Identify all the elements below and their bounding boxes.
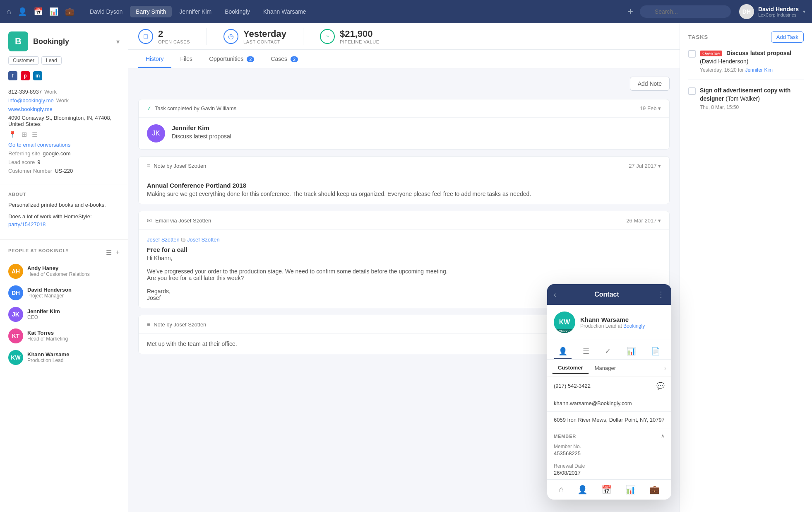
footer-home-icon[interactable]: ⌂ xyxy=(559,485,564,495)
home-icon[interactable]: ⌂ xyxy=(7,7,11,16)
nav-tab-bookingly[interactable]: Bookingly xyxy=(219,6,256,17)
history-content: Jennifer Kim Discuss latest proposal xyxy=(172,124,231,142)
list-item: DH David Henderson Project Manager xyxy=(0,282,128,304)
task-checkbox[interactable] xyxy=(688,87,696,95)
email-address: khann.warsame@Bookingly.com xyxy=(554,400,632,406)
tab-cases[interactable]: Cases 2 xyxy=(263,50,305,68)
card-person-role: Production Lead at Bookingly xyxy=(580,323,645,329)
map-icon[interactable]: 📍 xyxy=(8,130,17,138)
overdue-badge: Overdue xyxy=(700,51,722,56)
email-to-label: to xyxy=(181,237,187,243)
member-no-label: Member No. xyxy=(554,444,665,449)
person-role: Production Lead xyxy=(27,357,69,363)
card-company-link[interactable]: Bookingly xyxy=(623,323,645,329)
card-subtab-customer[interactable]: Customer xyxy=(552,362,589,374)
footer-person-icon[interactable]: 👤 xyxy=(577,485,588,495)
email-row: info@bookingly.me Work xyxy=(8,97,120,104)
email-from-link[interactable]: Josef Szotten xyxy=(147,237,180,243)
people-list-icon[interactable]: ☰ xyxy=(106,249,112,256)
user-dropdown-icon: ▾ xyxy=(803,9,805,14)
footer-briefcase-icon[interactable]: 💼 xyxy=(649,485,660,495)
content-tabs: History Files Opportunities 2 Cases 2 xyxy=(128,50,680,68)
tag-lead[interactable]: Lead xyxy=(41,56,62,65)
history-item-task: ✓ Task completed by Gavin Williams 19 Fe… xyxy=(138,99,670,150)
person-info: Khann Warsame Production Lead xyxy=(27,351,69,363)
expand-icon[interactable]: ▾ xyxy=(658,163,661,169)
card-tab-person[interactable]: 👤 xyxy=(554,344,572,359)
history-item-body: Annual Conference Portland 2018 Making s… xyxy=(139,175,669,204)
card-back-icon[interactable]: ‹ xyxy=(554,290,556,299)
email-conversations-row: Go to email conversations xyxy=(8,142,120,148)
nav-tab-jennifer-kim[interactable]: Jennifer Kim xyxy=(173,6,217,17)
pipeline-info: $21,900 PIPELINE VALUE xyxy=(340,29,380,44)
nav-tab-david-dyson[interactable]: David Dyson xyxy=(84,6,128,17)
people-add-icon[interactable]: + xyxy=(116,249,120,256)
card-tab-list[interactable]: ☰ xyxy=(579,344,593,359)
footer-chart-icon[interactable]: 📊 xyxy=(625,485,636,495)
list-icon[interactable]: ☰ xyxy=(32,130,38,138)
email-link[interactable]: info@bookingly.me xyxy=(8,97,54,104)
email-to-link[interactable]: Josef Szotten xyxy=(187,237,220,243)
briefcase-icon[interactable]: 💼 xyxy=(65,7,74,16)
tab-history[interactable]: History xyxy=(138,50,171,68)
grid-icon[interactable]: ⊞ xyxy=(22,130,27,138)
expand-icon[interactable]: ▾ xyxy=(658,105,661,111)
opportunities-badge: 2 xyxy=(247,56,254,62)
card-subtab-arrow: › xyxy=(664,365,666,372)
history-date-expand: 27 Jul 2017 ▾ xyxy=(629,163,661,169)
history-avatar: JK xyxy=(147,124,165,142)
card-footer-nav: ⌂ 👤 📅 📊 💼 xyxy=(547,479,671,500)
footer-calendar-icon[interactable]: 📅 xyxy=(601,485,612,495)
company-header: B Bookingly ▾ xyxy=(0,23,128,56)
avatar-change-label[interactable]: Change xyxy=(554,329,575,333)
card-member-section: MEMBER ∧ xyxy=(547,428,671,440)
card-title: Contact xyxy=(594,291,619,298)
contact-info-section: 812-339-8937 Work info@bookingly.me Work… xyxy=(0,85,128,180)
add-task-button[interactable]: Add Task xyxy=(771,31,804,43)
user-menu[interactable]: DH David Henders LexCorp Industries ▾ xyxy=(739,4,805,19)
person-role: Project Manager xyxy=(27,293,72,299)
referring-site-row: Referring site google.com xyxy=(8,150,120,157)
history-header-left: ≡ Note by Josef Szotten xyxy=(147,321,206,328)
linkedin-icon[interactable]: in xyxy=(33,71,42,80)
card-subtab-manager[interactable]: Manager xyxy=(589,362,622,374)
facebook-icon[interactable]: f xyxy=(8,71,17,80)
email-conversations-link[interactable]: Go to email conversations xyxy=(8,142,70,148)
history-date-expand: 19 Feb ▾ xyxy=(640,105,661,111)
card-tab-chart[interactable]: 📊 xyxy=(622,344,640,359)
card-tab-file[interactable]: 📄 xyxy=(647,344,664,359)
company-expand-icon[interactable]: ▾ xyxy=(116,38,120,46)
phone-chat-icon[interactable]: 💬 xyxy=(656,382,665,390)
calendar-icon[interactable]: 📅 xyxy=(34,7,43,16)
referring-site-label: Referring site xyxy=(8,150,40,157)
search-input[interactable] xyxy=(640,5,731,18)
card-address: 6059 Iron River Mews, Dollar Point, NY, … xyxy=(547,412,671,428)
task-assigned-link[interactable]: Jennifer Kim xyxy=(745,67,773,73)
card-tab-check[interactable]: ✓ xyxy=(601,344,615,359)
people-header: PEOPLE AT BOOKINGLY ☰ + xyxy=(0,244,128,261)
history-item-header: ≡ Note by Josef Szotten 27 Jul 2017 ▾ xyxy=(139,157,669,175)
expand-icon[interactable]: ▾ xyxy=(658,217,661,224)
member-section-expand[interactable]: ∧ xyxy=(661,433,665,439)
tab-files[interactable]: Files xyxy=(173,50,200,68)
person-icon[interactable]: 👤 xyxy=(18,7,27,16)
tag-customer[interactable]: Customer xyxy=(8,56,39,65)
card-email: khann.warsame@Bookingly.com xyxy=(547,395,671,412)
chart-icon[interactable]: 📊 xyxy=(49,7,58,16)
nav-tab-barry-smith[interactable]: Barry Smith xyxy=(130,6,172,17)
person-name: Andy Haney xyxy=(27,265,90,271)
history-text: Met up with the team at their office. xyxy=(147,341,237,347)
tab-opportunities[interactable]: Opportunities 2 xyxy=(202,50,262,68)
person-avatar: DH xyxy=(8,285,23,300)
pinterest-icon[interactable]: p xyxy=(21,71,30,80)
card-more-icon[interactable]: ⋮ xyxy=(657,290,665,299)
about-link[interactable]: party/15427018 xyxy=(8,221,46,227)
email-icon: ✉ xyxy=(147,217,152,224)
last-contact-stat: ◷ Yesterday LAST CONTACT xyxy=(223,29,286,44)
open-cases-stat: □ 2 OPEN CASES xyxy=(138,29,190,44)
add-note-button[interactable]: Add Note xyxy=(630,77,670,91)
website-link[interactable]: www.bookingly.me xyxy=(8,106,53,112)
nav-tab-khann-warsame[interactable]: Khann Warsame xyxy=(257,6,312,17)
task-checkbox[interactable] xyxy=(688,50,696,58)
add-tab-button[interactable]: + xyxy=(628,6,633,17)
